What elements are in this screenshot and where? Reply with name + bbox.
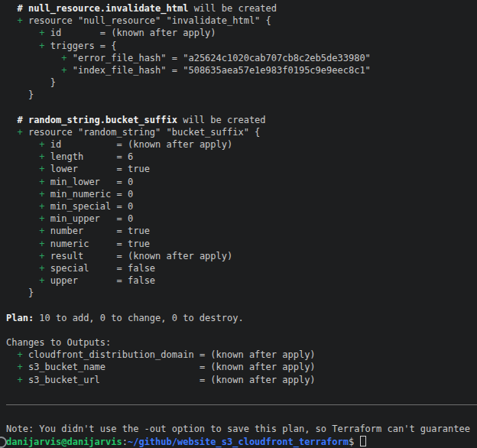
terminal-line: + resource "random_string" "bucket_suffi… <box>6 126 477 138</box>
terminal-text: $ <box>349 437 359 447</box>
terminal-line: + result = (known after apply) <box>6 250 477 262</box>
terminal-text: min_numeric = 0 <box>45 189 134 200</box>
terminal-text: 10 to add, 0 to change, 0 to destroy. <box>34 313 244 323</box>
terminal-text <box>6 387 11 398</box>
terminal-text: numeric = true <box>45 239 150 249</box>
outputs-header-line: Changes to Outputs: <box>6 336 477 349</box>
add-symbol: + <box>39 189 44 200</box>
divider-line <box>6 404 477 405</box>
add-symbol: + <box>39 275 44 286</box>
terminal-line: + resource "null_resource" "invalidate_h… <box>6 15 477 27</box>
terminal-line: + min_numeric = 0 <box>6 188 477 200</box>
terminal-text: s3_bucket_url = (known after apply) <box>23 375 316 385</box>
terminal-prompt[interactable]: danijarvis@danijarvis:~/github/website_s… <box>6 436 477 448</box>
terminal-text <box>6 189 39 200</box>
terminal-text: Changes to Outputs: <box>6 337 111 348</box>
terminal-line: + numeric = true <box>6 238 477 250</box>
terminal-text <box>6 139 39 150</box>
terminal-text: lower = true <box>45 164 150 174</box>
add-symbol: + <box>39 164 44 174</box>
terminal-line: + min_upper = 0 <box>6 213 477 225</box>
terminal-text: id = (known after apply) <box>45 139 233 150</box>
plan-summary-line: Plan: 10 to add, 0 to change, 0 to destr… <box>6 312 477 324</box>
terminal-text <box>6 251 39 261</box>
terminal-line: } <box>6 76 477 89</box>
terminal-text: number = true <box>45 226 150 236</box>
terminal-text <box>6 300 11 311</box>
terminal-line: + number = true <box>6 225 477 237</box>
resource-header-line: # random_string.bucket_suffix will be cr… <box>6 114 477 126</box>
add-symbol: + <box>39 151 44 162</box>
add-symbol: + <box>39 226 44 236</box>
add-symbol: + <box>39 213 44 224</box>
terminal-line: + min_special = 0 <box>6 200 477 213</box>
terminal-text <box>6 151 39 162</box>
terminal-text: "error_file_hash" = "a25624c1020cab707cb… <box>67 53 370 63</box>
blank-line <box>6 411 477 423</box>
terminal-text <box>6 177 39 187</box>
terminal-cursor[interactable] <box>360 436 366 446</box>
terminal-screen[interactable]: # null_resource.invalidate_html will be … <box>0 0 477 448</box>
terminal-line: + triggers = { <box>6 40 477 52</box>
terminal-text: cloudfront_distribution_domain = (known … <box>23 349 316 360</box>
terminal-text <box>6 226 39 236</box>
terminal-text <box>6 41 39 51</box>
add-symbol: + <box>39 41 44 51</box>
resource-header-line: # null_resource.invalidate_html will be … <box>6 2 477 15</box>
terminal-line: + length = 6 <box>6 151 477 163</box>
terminal-text: special = false <box>45 263 156 274</box>
terminal-text <box>6 349 17 360</box>
resource-address: # random_string.bucket_suffix <box>17 115 177 125</box>
terminal-line: + lower = true <box>6 163 477 175</box>
terminal-text <box>6 164 39 174</box>
note-line: Note: You didn't use the -out option to … <box>6 423 477 435</box>
add-symbol: + <box>17 15 22 26</box>
terminal-line: + upper = false <box>6 274 477 287</box>
terminal-text <box>6 362 17 372</box>
terminal-text: upper = false <box>45 275 156 286</box>
terminal-line: + id = (known after apply) <box>6 27 477 39</box>
add-symbol: + <box>17 375 22 385</box>
prompt-path: ~/github/website_s3_cloudfront_terraform <box>128 437 349 447</box>
terminal-text: length = 6 <box>45 151 134 162</box>
add-symbol: + <box>39 177 44 187</box>
terminal-text: will be created <box>177 115 266 125</box>
terminal-text: Note: You didn't use the -out option to … <box>6 424 470 434</box>
terminal-text <box>6 239 39 249</box>
terminal-text: s3_bucket_name = (known after apply) <box>23 362 316 372</box>
terminal-text: id = (known after apply) <box>45 28 216 38</box>
terminal-text <box>6 15 17 26</box>
terminal-text <box>6 127 17 138</box>
output-line: + s3_bucket_name = (known after apply) <box>6 361 477 373</box>
terminal-text: min_lower = 0 <box>45 177 134 187</box>
terminal-line: + id = (known after apply) <box>6 138 477 151</box>
terminal-text <box>6 375 17 385</box>
terminal-text <box>6 115 17 125</box>
prompt-user-host: danijarvis@danijarvis <box>6 437 122 447</box>
blank-line <box>6 324 477 336</box>
terminal-text <box>6 3 17 14</box>
terminal-text <box>6 53 61 63</box>
terminal-text: } <box>6 89 34 100</box>
terminal-window: # null_resource.invalidate_html will be … <box>0 0 477 448</box>
terminal-line: } <box>6 287 477 299</box>
add-symbol: + <box>39 263 44 274</box>
add-symbol: + <box>17 349 22 360</box>
plan-label: Plan: <box>6 313 34 323</box>
add-symbol: + <box>39 239 44 249</box>
terminal-text: } <box>6 77 56 88</box>
blank-line <box>6 386 477 398</box>
add-symbol: + <box>17 362 22 372</box>
terminal-text <box>6 65 61 76</box>
terminal-line: + special = false <box>6 262 477 274</box>
terminal-text: resource "null_resource" "invalidate_htm… <box>23 15 271 26</box>
add-symbol: + <box>39 201 44 212</box>
terminal-text <box>6 275 39 286</box>
blank-line <box>6 300 477 312</box>
terminal-line: + min_lower = 0 <box>6 176 477 188</box>
output-line: + s3_bucket_url = (known after apply) <box>6 374 477 386</box>
add-symbol: + <box>17 127 22 138</box>
terminal-text <box>6 411 11 422</box>
terminal-text: } <box>6 287 34 298</box>
terminal-text: : <box>122 437 128 447</box>
